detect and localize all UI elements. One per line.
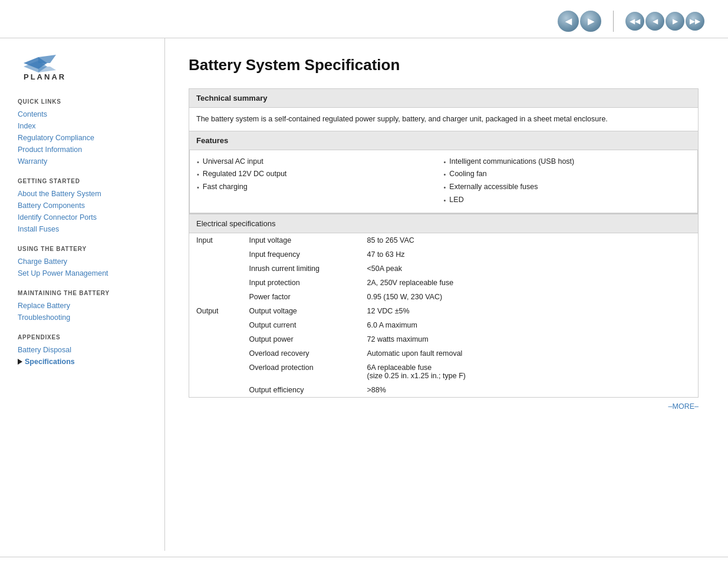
- feature-item: • LED: [444, 194, 691, 207]
- spec-row-input-freq: Input frequency 47 to 63 Hz: [189, 247, 699, 262]
- spec-row-output-current: Output current 6.0 A maximum: [189, 318, 699, 332]
- feature-item: • Regulated 12V DC output: [197, 168, 444, 181]
- nav-divider: [613, 11, 614, 32]
- features-col1: • Universal AC input • Regulated 12V DC …: [197, 156, 444, 207]
- svg-text:PLANAR: PLANAR: [24, 72, 66, 81]
- spec-group-empty: [189, 276, 242, 290]
- technical-summary-title: Technical summary: [189, 89, 698, 108]
- spec-label: Output power: [242, 332, 360, 346]
- spec-group-empty: [189, 262, 242, 276]
- spec-group-empty: [189, 361, 242, 383]
- skip-nav-group: ◀◀ ◀ ▶ ▶▶: [625, 12, 704, 31]
- main-layout: PLANAR QUICK LINKS Contents Index Regula…: [0, 38, 728, 551]
- elec-spec-title: Electrical specifications: [189, 214, 699, 233]
- more-link[interactable]: –MORE–: [189, 398, 699, 415]
- technical-summary-box: Technical summary The battery system is …: [189, 88, 699, 131]
- spec-row-input-voltage: Input Input voltage 85 to 265 VAC: [189, 233, 699, 248]
- spec-value: <50A peak: [360, 262, 699, 276]
- sidebar-item-specs[interactable]: Specifications: [18, 356, 153, 368]
- spec-group-empty: [189, 332, 242, 346]
- spec-value: 2A, 250V replaceable fuse: [360, 276, 699, 290]
- spec-label: Power factor: [242, 290, 360, 304]
- feature-item: • Intelligent communications (USB host): [444, 156, 691, 169]
- next-button[interactable]: ▶: [580, 11, 601, 32]
- maintaining-title: MAINTAINING THE BATTERY: [18, 290, 153, 296]
- technical-summary-body: The battery system is a self-contained r…: [189, 108, 698, 131]
- svg-marker-1: [38, 55, 56, 63]
- sidebar-item-about[interactable]: About the Battery System: [18, 188, 153, 200]
- feature-item: • Cooling fan: [444, 168, 691, 181]
- skip-next-button[interactable]: ▶: [666, 12, 684, 31]
- skip-prev-button[interactable]: ◀: [645, 12, 664, 31]
- content-area: Battery System Specification Technical s…: [165, 38, 728, 551]
- sidebar: PLANAR QUICK LINKS Contents Index Regula…: [0, 38, 165, 551]
- spec-label: Input frequency: [242, 247, 360, 262]
- sidebar-item-replace[interactable]: Replace Battery: [18, 300, 153, 312]
- active-arrow-icon: [18, 359, 22, 365]
- nav-controls: ◀ ▶ ◀◀ ◀ ▶ ▶▶: [558, 11, 704, 32]
- spec-group-empty: [189, 383, 242, 398]
- spec-value: Automatic upon fault removal: [360, 346, 699, 361]
- features-box: Features • Universal AC input • Regulate…: [189, 131, 699, 214]
- spec-value: 6A replaceable fuse(size 0.25 in. x1.25 …: [360, 361, 699, 383]
- feature-item: • Universal AC input: [197, 156, 444, 169]
- prev-button[interactable]: ◀: [558, 11, 579, 32]
- top-bar: ◀ ▶ ◀◀ ◀ ▶ ▶▶: [0, 0, 728, 38]
- spec-value: >88%: [360, 383, 699, 398]
- sidebar-item-power-mgmt[interactable]: Set Up Power Management: [18, 267, 153, 279]
- spec-label: Input protection: [242, 276, 360, 290]
- spec-row-input-protect: Input protection 2A, 250V replaceable fu…: [189, 276, 699, 290]
- spec-label: Inrush current limiting: [242, 262, 360, 276]
- spec-row-output-efficiency: Output efficiency >88%: [189, 383, 699, 398]
- spec-row-output-voltage: Output Output voltage 12 VDC ±5%: [189, 304, 699, 318]
- sidebar-item-troubleshoot[interactable]: Troubleshooting: [18, 312, 153, 323]
- features-col2: • Intelligent communications (USB host) …: [444, 156, 691, 207]
- spec-value: 72 watts maximum: [360, 332, 699, 346]
- planar-logo: PLANAR: [18, 50, 94, 82]
- sidebar-item-index[interactable]: Index: [18, 120, 153, 132]
- using-battery-title: USING THE BATTERY: [18, 246, 153, 252]
- spec-group-empty: [189, 318, 242, 332]
- spec-group-input: Input: [189, 233, 242, 248]
- skip-start-button[interactable]: ◀◀: [625, 12, 644, 31]
- elec-spec-header-row: Electrical specifications: [189, 214, 699, 233]
- spec-group-empty: [189, 290, 242, 304]
- logo-area: PLANAR: [18, 50, 153, 84]
- prev-next-group: ◀ ▶: [558, 11, 601, 32]
- spec-group-empty: [189, 247, 242, 262]
- skip-end-button[interactable]: ▶▶: [686, 12, 704, 31]
- spec-value: 85 to 265 VAC: [360, 233, 699, 248]
- spec-group-empty: [189, 346, 242, 361]
- spec-row-overload-recovery: Overload recovery Automatic upon fault r…: [189, 346, 699, 361]
- sidebar-item-product-info[interactable]: Product Information: [18, 144, 153, 156]
- spec-label: Overload recovery: [242, 346, 360, 361]
- spec-value: 12 VDC ±5%: [360, 304, 699, 318]
- spec-value: 6.0 A maximum: [360, 318, 699, 332]
- quick-links-title: QUICK LINKS: [18, 98, 153, 105]
- spec-row-output-power: Output power 72 watts maximum: [189, 332, 699, 346]
- spec-label: Output efficiency: [242, 383, 360, 398]
- getting-started-title: GETTING STARTED: [18, 178, 153, 184]
- svg-marker-3: [38, 67, 56, 72]
- sidebar-item-components[interactable]: Battery Components: [18, 200, 153, 211]
- sidebar-item-disposal[interactable]: Battery Disposal: [18, 344, 153, 356]
- feature-item: • Externally accessible fuses: [444, 181, 691, 194]
- spec-label: Output voltage: [242, 304, 360, 318]
- spec-row-inrush: Inrush current limiting <50A peak: [189, 262, 699, 276]
- appendixes-title: APPENDIXES: [18, 334, 153, 340]
- sidebar-item-warranty[interactable]: Warranty: [18, 156, 153, 167]
- sidebar-item-regulatory[interactable]: Regulatory Compliance: [18, 132, 153, 144]
- spec-value: 0.95 (150 W, 230 VAC): [360, 290, 699, 304]
- sidebar-item-fuses[interactable]: Install Fuses: [18, 223, 153, 235]
- sidebar-item-charge[interactable]: Charge Battery: [18, 256, 153, 267]
- sidebar-item-connector[interactable]: Identify Connector Ports: [18, 211, 153, 223]
- spec-label: Overload protection: [242, 361, 360, 383]
- spec-row-power-factor: Power factor 0.95 (150 W, 230 VAC): [189, 290, 699, 304]
- feature-item: • Fast charging: [197, 181, 444, 194]
- page-footer: Planar Battery System BAT24SI ◀ 16 ▶: [0, 557, 728, 562]
- spec-value: 47 to 63 Hz: [360, 247, 699, 262]
- features-grid: • Universal AC input • Regulated 12V DC …: [189, 150, 698, 213]
- electrical-spec-table: Electrical specifications Input Input vo…: [189, 214, 699, 398]
- sidebar-item-contents[interactable]: Contents: [18, 108, 153, 120]
- features-title: Features: [189, 131, 698, 150]
